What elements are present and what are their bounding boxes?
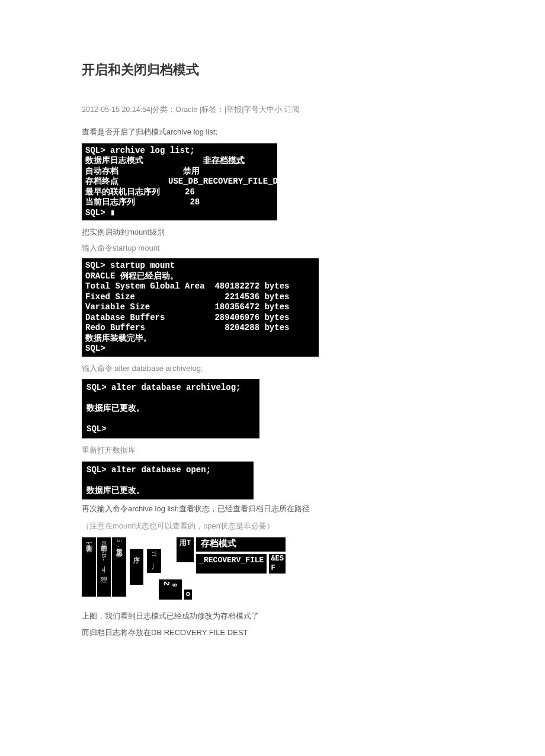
t2-l8: Redo Buffers 8204288 bytes (85, 323, 315, 334)
subscribe-link[interactable]: 订阅 (282, 105, 299, 114)
category-link[interactable]: Oracle (175, 105, 199, 114)
t2-l10: SQL> (85, 344, 315, 354)
terminal-2: SQL> startup mount ORACLE 例程已经启动。 Total … (82, 258, 319, 357)
paragraph-3: 输入命令startup mount (82, 242, 463, 255)
fragmented-terminal: 一删音子・-・- 囊的个E_SB-｜a狸 5忘了屠忑-I-L 序序 ?!丿 用T… (82, 537, 463, 600)
page-title: 开启和关闭归档模式 (82, 59, 463, 80)
t3-l2 (86, 393, 255, 404)
t2-l4: Total System Global Area 480182272 bytes (85, 281, 315, 292)
t2-l6: Variable Size 180356472 bytes (85, 302, 315, 313)
fontsize-label: 字号 (243, 105, 259, 114)
paragraph-7: （注意在mount状态也可以查看的，open状态是非必要） (82, 520, 463, 533)
terminal-4: SQL> alter database open; 数据库已更改。 (82, 462, 254, 500)
report-link[interactable]: 举报 (226, 105, 242, 114)
frag-n2: o (184, 590, 192, 599)
paragraph-6: 再次输入命令archive log list;查看状态，已经查看归档日志所在路径 (82, 503, 463, 515)
font-large-link[interactable]: 大 (259, 105, 267, 114)
frag-es: &ES (269, 554, 286, 563)
t2-l7: Database Buffers 289406976 bytes (85, 313, 315, 323)
frag-n1: ∞ 2 (159, 579, 182, 600)
t1-l4: 存档终点 USE_DB_RECOVERY_FILE_DEST (85, 177, 274, 187)
font-small-link[interactable]: 小 (274, 105, 282, 114)
paragraph-9: 而归档日志将存放在DB RECOVERY FILE DEST (82, 627, 463, 639)
category-label: 分类： (152, 105, 175, 114)
datetime: 2012-05-15 20:14:54 (82, 105, 150, 114)
t2-l1: SQL> startup mount (85, 261, 315, 271)
frag-file: _RECOVERV_FILE (196, 554, 267, 574)
article-meta: 2012-05-15 20:14:54|分类：Oracle |标签：|举报|字号… (82, 104, 463, 116)
frag-f: F (269, 563, 286, 573)
t1-l5: 最早的联机日志序列 26 (85, 187, 274, 198)
paragraph-8: 上图，我们看到日志模式已经成功修改为存档模式了 (82, 610, 463, 623)
t1-l7: SQL> ▮ (85, 208, 274, 219)
t4-l3: 数据库已更改。 (86, 486, 249, 496)
paragraph-5: 重新打开数据库 (82, 444, 463, 457)
frag-v2: 囊的个E_SB-｜a狸 (97, 537, 111, 597)
paragraph-4: 输入命令 alter database archivelog; (82, 363, 463, 375)
t3-l5: SQL> (86, 424, 255, 435)
t1-l6: 当前日志序列 28 (85, 197, 274, 208)
font-mid-link[interactable]: 中 (267, 105, 274, 114)
frag-v3: 5忘了屠忑-I-L (112, 537, 126, 597)
terminal-3: SQL> alter database archivelog; 数据库已更改。 … (82, 379, 259, 438)
frag-v1: 一删音子・-・- (82, 537, 96, 597)
frag-v4: 序序 (130, 549, 144, 585)
paragraph-2: 把实例启动到mount级别 (82, 226, 463, 239)
terminal-1: SQL> archive log list; 数据库日志模式 非存档模式 自动存… (82, 143, 277, 221)
t3-l1: SQL> alter database archivelog; (86, 383, 255, 393)
tags-label: 标签： (201, 105, 225, 114)
t3-l3: 数据库已更改。 (86, 403, 255, 414)
frag-v5: ?!丿 (147, 549, 161, 573)
t2-l2: ORACLE 例程已经启动。 (85, 271, 315, 282)
t2-l9: 数据库装载完毕。 (85, 334, 315, 344)
t1-l1: SQL> archive log list; (85, 146, 274, 156)
t4-l2 (86, 475, 249, 486)
t4-l1: SQL> alter database open; (86, 465, 249, 476)
t1-l2: 数据库日志模式 非存档模式 (85, 156, 274, 166)
t2-l5: Fixed Size 2214536 bytes (85, 292, 315, 303)
paragraph-1: 查看是否开启了归档模式archive log list; (82, 126, 463, 139)
frag-mid: 用T (177, 537, 194, 562)
frag-mode: 存档模式 (196, 537, 286, 552)
t3-l4 (86, 414, 255, 425)
t1-l3: 自动存档 禁用 (85, 166, 274, 177)
